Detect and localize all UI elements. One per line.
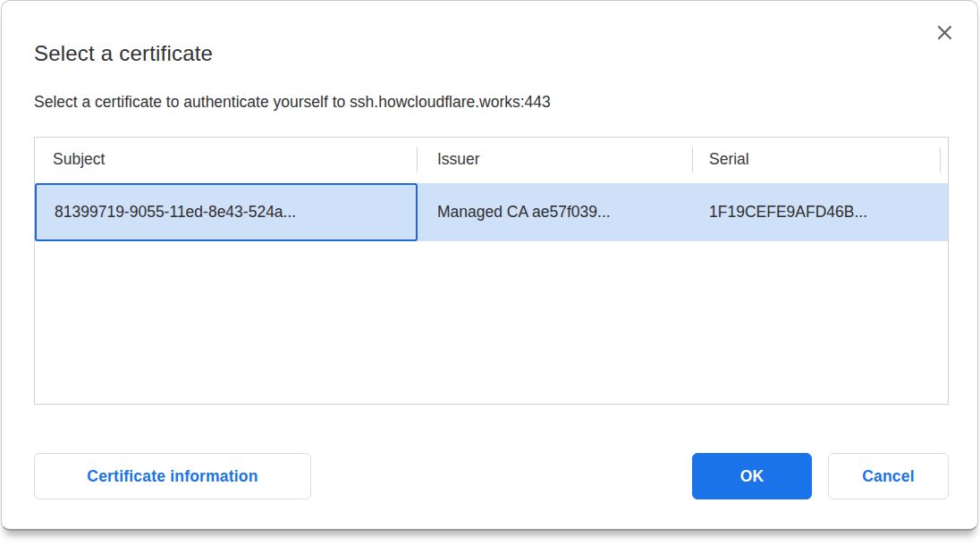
dialog-title: Select a certificate — [34, 41, 213, 66]
certificate-select-dialog: Select a certificate Select a certificat… — [1, 0, 978, 531]
column-header-issuer[interactable]: Issuer — [418, 138, 693, 180]
certificate-row-selected[interactable]: 81399719-9055-11ed-8e43-524a... Managed … — [35, 183, 948, 241]
cell-issuer[interactable]: Managed CA ae57f039... — [418, 183, 693, 241]
column-header-subject[interactable]: Subject — [35, 138, 418, 180]
cell-serial[interactable]: 1F19CEFE9AFD46B... — [693, 183, 941, 241]
column-header-gutter — [941, 138, 948, 180]
table-body: 81399719-9055-11ed-8e43-524a... Managed … — [35, 180, 948, 241]
certificate-table: Subject Issuer Serial 81399719-9055-11ed… — [34, 137, 949, 405]
close-button[interactable] — [933, 21, 956, 44]
cancel-button[interactable]: Cancel — [828, 453, 949, 499]
cell-subject[interactable]: 81399719-9055-11ed-8e43-524a... — [35, 183, 418, 241]
ok-button[interactable]: OK — [692, 453, 812, 499]
close-icon — [937, 25, 952, 40]
table-header: Subject Issuer Serial — [35, 138, 948, 180]
column-header-serial[interactable]: Serial — [693, 138, 941, 180]
certificate-information-button[interactable]: Certificate information — [34, 453, 311, 499]
dialog-subtitle: Select a certificate to authenticate you… — [34, 93, 551, 112]
